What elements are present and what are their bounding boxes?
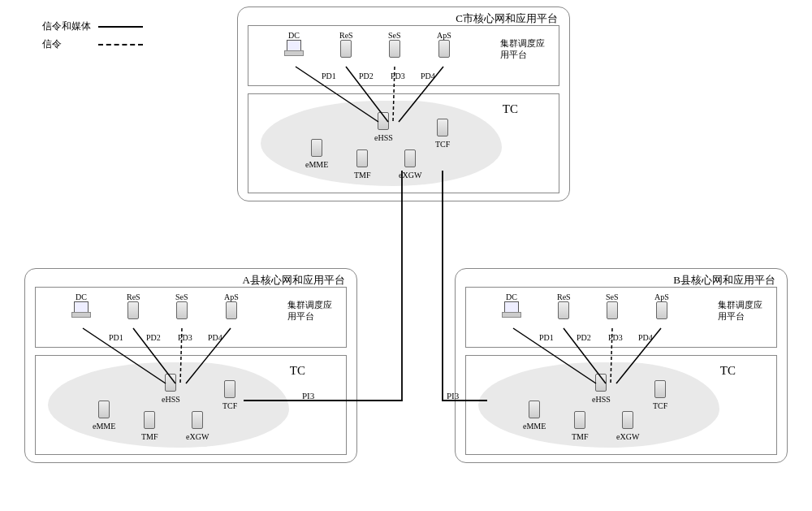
pi3-label-a: PI3 — [302, 391, 314, 401]
node-ses-c: SeS — [388, 31, 401, 61]
node-exgw-a: eXGW — [186, 411, 209, 441]
app-box-a: 集群调度应用平台 DC ReS SeS ApS PD1 PD2 PD3 PD4 — [35, 287, 347, 348]
server-icon — [378, 112, 389, 130]
node-emme-a: eMME — [93, 401, 115, 431]
server-icon — [340, 40, 352, 58]
server-icon — [595, 374, 607, 392]
node-exgw-b: eXGW — [616, 411, 639, 441]
pd4-c: PD4 — [421, 71, 435, 80]
server-icon — [98, 401, 110, 418]
pd4-b: PD4 — [638, 333, 653, 342]
node-tmf-c: TMF — [354, 149, 371, 180]
node-tmf-a: TMF — [141, 411, 158, 441]
server-icon — [224, 380, 235, 398]
node-exgw-c: eXGW — [399, 149, 421, 180]
pi3-label-b: PI3 — [447, 391, 459, 401]
node-res-c: ReS — [339, 31, 353, 61]
node-res-a: ReS — [127, 292, 140, 323]
legend-solid-label: 信令和媒体 — [42, 19, 91, 33]
server-icon — [144, 411, 155, 429]
server-icon — [165, 374, 176, 392]
tc-box-a: TC eHSS TCF eMME TMF eXGW — [35, 355, 347, 455]
node-aps-a: ApS — [224, 292, 239, 323]
pd3-c: PD3 — [391, 71, 405, 80]
server-icon — [558, 301, 569, 319]
server-icon — [226, 301, 237, 319]
server-icon — [622, 411, 633, 429]
platform-c-title: C市核心网和应用平台 — [456, 11, 558, 26]
pd2-a: PD2 — [146, 333, 161, 342]
app-label-c: 集群调度应用平台 — [500, 37, 551, 61]
legend-dashed-label: 信令 — [42, 37, 91, 51]
tc-label-a: TC — [290, 364, 305, 378]
tc-label-b: TC — [720, 364, 736, 378]
node-ehss-a: eHSS — [162, 374, 180, 404]
node-tcf-b: TCF — [653, 380, 667, 410]
server-icon — [438, 40, 450, 58]
pd4-a: PD4 — [208, 333, 222, 342]
computer-icon — [71, 301, 91, 318]
server-icon — [529, 401, 540, 418]
server-icon — [176, 301, 188, 319]
node-emme-c: eMME — [305, 139, 328, 169]
node-ehss-c: eHSS — [374, 112, 393, 142]
app-label-a: 集群调度应用平台 — [287, 299, 338, 323]
node-tcf-c: TCF — [435, 119, 450, 149]
server-icon — [311, 139, 322, 157]
computer-icon — [284, 40, 304, 56]
node-ses-a: SeS — [175, 292, 188, 323]
node-aps-b: ApS — [654, 292, 669, 323]
server-icon — [654, 380, 666, 398]
platform-a: A县核心网和应用平台 集群调度应用平台 DC ReS SeS ApS PD1 P… — [24, 268, 357, 463]
legend: 信令和媒体 信令 — [42, 19, 143, 51]
node-tmf-b: TMF — [572, 411, 589, 441]
server-icon — [437, 119, 448, 136]
pd3-a: PD3 — [178, 333, 192, 342]
tc-box-c: TC eHSS TCF eMME TMF eXGW — [248, 93, 559, 193]
node-ses-b: SeS — [606, 292, 619, 323]
platform-b: B县核心网和应用平台 集群调度应用平台 DC ReS SeS ApS PD1 P… — [455, 268, 788, 463]
app-box-c: 集群调度应用平台 DC ReS SeS ApS PD1 PD2 PD3 PD4 — [248, 25, 559, 86]
pd1-c: PD1 — [322, 71, 336, 80]
app-box-b: 集群调度应用平台 DC ReS SeS ApS PD1 PD2 PD3 PD4 — [465, 287, 777, 348]
node-tcf-a: TCF — [222, 380, 237, 410]
pd1-b: PD1 — [539, 333, 554, 342]
server-icon — [607, 301, 618, 319]
tc-box-b: TC eHSS TCF eMME TMF eXGW — [465, 355, 777, 455]
server-icon — [127, 301, 139, 319]
pd1-a: PD1 — [109, 333, 123, 342]
node-aps-c: ApS — [437, 31, 451, 61]
computer-icon — [502, 301, 521, 318]
app-label-b: 集群调度应用平台 — [718, 299, 768, 323]
pd2-c: PD2 — [359, 71, 374, 80]
platform-c: C市核心网和应用平台 集群调度应用平台 DC ReS SeS ApS PD1 P… — [237, 6, 570, 201]
node-dc-a: DC — [71, 292, 91, 321]
node-res-b: ReS — [557, 292, 571, 323]
server-icon — [404, 149, 416, 167]
platform-b-title: B县核心网和应用平台 — [673, 273, 775, 288]
solid-line-icon — [98, 26, 143, 28]
server-icon — [389, 40, 400, 58]
platform-a-title: A县核心网和应用平台 — [243, 273, 345, 288]
pd2-b: PD2 — [577, 333, 591, 342]
pd3-b: PD3 — [608, 333, 623, 342]
node-emme-b: eMME — [523, 401, 546, 431]
node-dc-b: DC — [502, 292, 521, 321]
node-dc-c: DC — [284, 31, 304, 59]
server-icon — [192, 411, 203, 429]
server-icon — [656, 301, 667, 319]
server-icon — [574, 411, 585, 429]
node-ehss-b: eHSS — [592, 374, 611, 404]
server-icon — [356, 149, 368, 167]
dashed-line-icon — [98, 44, 143, 45]
tc-label-c: TC — [503, 102, 518, 116]
